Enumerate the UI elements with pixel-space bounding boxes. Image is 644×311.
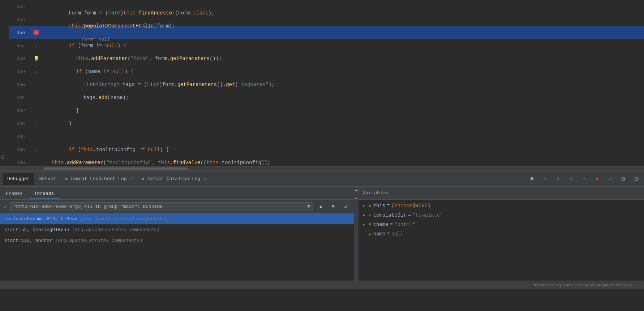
frame-class-0: evaluateParams:819, UIBean xyxy=(4,216,81,222)
tab-debugger[interactable]: Debugger xyxy=(3,173,34,185)
menu-lines-btn[interactable]: ≡ xyxy=(527,174,537,184)
var-icon-name: ≡ xyxy=(369,232,371,236)
fold-icon-365[interactable]: ▽ xyxy=(35,148,38,152)
gutter-356: ✓ xyxy=(31,30,42,35)
code-token: } xyxy=(69,121,72,127)
tab-debugger-label: Debugger xyxy=(7,176,30,182)
code-line-365: 365 ▽ if (this.tooltipConfig != null) { xyxy=(9,143,644,156)
line-number-363: 363 xyxy=(9,121,31,127)
code-token: . xyxy=(170,160,173,166)
frame-list: evaluateParams:819, UIBean (org.apache.s… xyxy=(0,214,354,281)
step-resume-btn[interactable]: ⬆ xyxy=(540,174,550,184)
line-content-366: this.addParameter("tooltipConfig", this.… xyxy=(42,156,644,166)
code-token: , xyxy=(152,160,158,166)
tab-tomcat-catalina-close[interactable]: ✕ xyxy=(204,176,207,181)
thread-selector-row: ✓ "http-nio-8084-exec-8"@2,446 in group … xyxy=(0,200,354,214)
code-token: if xyxy=(69,147,78,153)
editor-scrollbar[interactable] xyxy=(0,166,644,171)
evaluate-btn[interactable]: ⇢ xyxy=(605,174,615,184)
var-name-this: this xyxy=(373,203,386,209)
code-token: "tooltipConfig" xyxy=(106,160,152,166)
var-item-name[interactable]: ▶ ≡ name = null xyxy=(359,229,644,239)
frame-item-2[interactable]: start:132, Anchor (org.apache.struts2.co… xyxy=(0,235,354,246)
line-number-364: 364 xyxy=(9,134,31,140)
line-number-360: 360 xyxy=(9,82,31,88)
run-to-cursor-btn[interactable]: ✕ xyxy=(592,174,602,184)
var-expand-this[interactable]: ▶ xyxy=(363,204,369,208)
tab-tomcat-localhost-label: Tomcat Localhost Log xyxy=(70,176,126,182)
code-token: this xyxy=(158,160,170,166)
gutter-363: ▽ xyxy=(31,122,42,126)
tab-tomcat-localhost[interactable]: ▶ Tomcat Localhost Log ✕ xyxy=(61,173,137,185)
code-token: . xyxy=(64,160,67,166)
tab-tomcat-catalina[interactable]: ▶ Tomcat Catalina Log ✕ xyxy=(138,173,211,185)
tab-threads-label: Threads xyxy=(34,191,54,196)
var-value-name: null xyxy=(391,231,404,237)
frame-class-2: start:132, Anchor xyxy=(4,238,55,243)
restore-layout-btn[interactable]: ⊞ xyxy=(618,174,628,184)
debugger-toolbar: ≡ ⬆ ⬇ ⬇ ⬆ ✕ ⇢ ⊞ ⊟ xyxy=(527,174,641,184)
line-number-365: 365 xyxy=(9,147,31,153)
bulb-icon-358: 💡 xyxy=(33,56,39,62)
fold-icon-363[interactable]: ▽ xyxy=(35,122,38,126)
scrollbar-thumb[interactable] xyxy=(43,167,188,170)
status-bar: https://blog.csdn.net/wanxuankai/article… xyxy=(0,281,644,289)
dropdown-arrow-icon: ▼ xyxy=(307,204,310,209)
code-token: ) { xyxy=(160,147,169,153)
step-out-btn[interactable]: ⬇ xyxy=(566,174,576,184)
tab-server[interactable]: Server xyxy=(35,173,60,185)
tomcat-catalina-icon: ▶ xyxy=(142,176,145,182)
var-item-this[interactable]: ▶ ≡ this = {Anchor@4592} xyxy=(359,201,644,210)
frames-side-panel: + − xyxy=(354,187,359,281)
code-lines: 354 355 Form form = (Form)this.findAnces… xyxy=(9,0,644,166)
step-into-btn[interactable]: ⬇ xyxy=(553,174,563,184)
code-token: this xyxy=(81,147,93,153)
variables-header: Variables xyxy=(359,187,644,200)
var-name-name: name xyxy=(373,231,386,237)
code-line-366: 366 this.addParameter("tooltipConfig", t… xyxy=(9,156,644,166)
thread-down-btn[interactable]: ▼ xyxy=(329,202,338,211)
line-number-357: 357 xyxy=(9,43,31,48)
code-token: findValue xyxy=(173,160,201,166)
tab-threads[interactable]: Threads xyxy=(29,189,60,199)
debugger-tab-bar: Debugger Server ▶ Tomcat Localhost Log ✕… xyxy=(0,171,644,187)
var-item-theme[interactable]: ▶ ≡ theme = "xhtml" xyxy=(359,220,644,229)
gutter-357: ▽ xyxy=(31,43,42,48)
line-number-355: 355 xyxy=(9,17,31,22)
step-over-btn[interactable]: ⬆ xyxy=(579,174,589,184)
gutter-359: ▽ xyxy=(31,69,42,74)
var-item-templatedir[interactable]: ▶ ≡ templateDir = "template" xyxy=(359,210,644,220)
thread-dropdown-text: "http-nio-8084-exec-8"@2,446 in group "m… xyxy=(13,204,163,209)
var-expand-theme[interactable]: ▶ xyxy=(363,222,369,227)
right-panel: Variables ▶ ≡ this = {Anchor@4592} ▶ ≡ t… xyxy=(359,187,644,281)
var-eq-name: = xyxy=(387,231,390,237)
gutter-358: 💡 xyxy=(31,56,42,62)
var-expand-templatedir[interactable]: ▶ xyxy=(363,213,369,217)
tab-tomcat-localhost-close[interactable]: ✕ xyxy=(130,176,133,181)
settings-btn[interactable]: ⊟ xyxy=(631,174,641,184)
frame-item-0[interactable]: evaluateParams:819, UIBean (org.apache.s… xyxy=(0,214,354,225)
code-line-363: 363 ▽ } xyxy=(9,117,644,130)
code-token: (( xyxy=(201,160,207,166)
thread-dropdown[interactable]: "http-nio-8084-exec-8"@2,446 in group "m… xyxy=(10,202,313,211)
var-value-templatedir: "template" xyxy=(412,212,443,218)
bottom-panel: Debugger Server ▶ Tomcat Localhost Log ✕… xyxy=(0,171,644,281)
var-eq-this: = xyxy=(387,203,390,209)
thread-filter-btn[interactable]: ⊿ xyxy=(341,202,350,211)
var-value-theme: "xhtml" xyxy=(394,222,416,227)
fold-icon-359[interactable]: ▽ xyxy=(35,69,38,74)
tab-tomcat-catalina-label: Tomcat Catalina Log xyxy=(147,176,200,182)
line-number-359: 359 xyxy=(9,69,31,74)
frame-item-1[interactable]: start:55, ClosingUIBean (org.apache.stru… xyxy=(0,225,354,235)
panel-content: Frames Threads ✓ "http-nio-8084-exec-8"@… xyxy=(0,187,644,281)
tomcat-localhost-icon: ▶ xyxy=(65,176,68,182)
code-token: tooltipConfig xyxy=(96,147,136,153)
tab-server-label: Server xyxy=(39,176,56,182)
fold-icon-357[interactable]: ▽ xyxy=(35,43,38,48)
thread-up-btn[interactable]: ▲ xyxy=(316,202,326,211)
var-icon-templatedir: ≡ xyxy=(369,213,371,217)
status-url: https://blog.csdn.net/wanxuankai/article… xyxy=(532,283,640,287)
variables-title: Variables xyxy=(363,190,388,196)
tab-frames[interactable]: Frames xyxy=(0,189,29,199)
frame-package-1: (org.apache.struts2.components) xyxy=(72,227,159,233)
